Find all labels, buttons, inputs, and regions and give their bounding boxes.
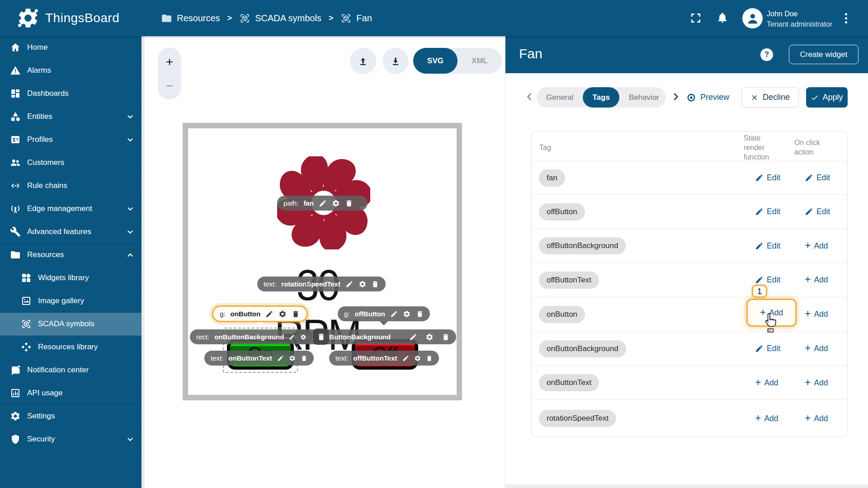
- tab-behavior[interactable]: Behavior: [619, 87, 666, 108]
- trash-icon[interactable]: [371, 280, 379, 288]
- pencil-icon[interactable]: [345, 280, 354, 288]
- gear-icon[interactable]: [403, 310, 410, 318]
- sidebar-item-home[interactable]: Home: [0, 36, 142, 59]
- sidebar-item-resources[interactable]: Resources: [0, 244, 142, 267]
- gear-icon[interactable]: [300, 333, 307, 341]
- sidebar-item-dashboards[interactable]: Dashboards: [0, 82, 142, 105]
- panel-scrollbar-track[interactable]: [505, 484, 868, 488]
- tag-overlay-fan[interactable]: path:fan: [277, 196, 368, 211]
- sidebar-item-image-gallery[interactable]: Image gallery: [0, 290, 142, 313]
- trash-icon[interactable]: [442, 333, 450, 341]
- sidebar-item-notification-center[interactable]: Notification center: [0, 359, 142, 382]
- gear-icon[interactable]: [425, 333, 434, 341]
- sidebar-scrollbar[interactable]: [142, 36, 145, 488]
- gear-icon[interactable]: [332, 199, 340, 207]
- help-button[interactable]: ?: [760, 48, 773, 61]
- sidebar-item-entities[interactable]: Entities: [0, 105, 142, 128]
- tag-chip: onButtonText: [539, 374, 599, 391]
- sidebar-item-profiles[interactable]: Profiles: [0, 128, 142, 151]
- sidebar-item-security[interactable]: Security: [0, 428, 142, 451]
- trash-icon[interactable]: [313, 328, 329, 345]
- edit-on-click-link[interactable]: Edit: [805, 173, 830, 183]
- add-state-render-link[interactable]: +Add: [755, 414, 778, 423]
- pencil-icon[interactable]: [277, 354, 284, 362]
- tag-overlay-offButton[interactable]: g:offButton: [338, 306, 430, 321]
- tab-tags[interactable]: Tags: [583, 87, 619, 108]
- avatar[interactable]: [742, 8, 763, 28]
- zoom-out-button[interactable]: −: [158, 75, 181, 97]
- edit-state-render-link[interactable]: Edit: [755, 275, 780, 285]
- tabs-scroll-left-icon[interactable]: [524, 91, 535, 103]
- sidebar-item-scada-symbols[interactable]: SCADA symbols: [0, 313, 142, 336]
- check-icon: [811, 94, 819, 102]
- sidebar-item-api-usage[interactable]: API usage: [0, 382, 142, 405]
- add-on-click-link[interactable]: +Add: [805, 310, 828, 319]
- app-logo[interactable]: ThingsBoard: [16, 6, 119, 30]
- preview-button[interactable]: Preview: [686, 87, 729, 108]
- toggle-svg[interactable]: SVG: [413, 48, 458, 74]
- breadcrumb-scada-symbols[interactable]: SCADA symbols: [239, 13, 321, 24]
- trash-icon[interactable]: [292, 310, 300, 318]
- add-on-click-link[interactable]: +Add: [805, 344, 828, 353]
- add-on-click-link[interactable]: +Add: [805, 275, 828, 285]
- sidebar-item-resources-library[interactable]: Resources library: [0, 336, 142, 359]
- pencil-icon[interactable]: [390, 310, 398, 318]
- gear-icon[interactable]: [289, 354, 296, 362]
- table-row: offButton Edit Edit: [532, 194, 847, 229]
- sidebar-item-alarms[interactable]: Alarms: [0, 59, 142, 82]
- toggle-xml[interactable]: XML: [458, 48, 502, 74]
- add-on-click-link[interactable]: +Add: [805, 414, 828, 423]
- sidebar-item-rule-chains[interactable]: Rule chains: [0, 174, 142, 197]
- decline-button[interactable]: Decline: [741, 87, 799, 108]
- pencil-icon[interactable]: [265, 310, 274, 318]
- edit-state-render-link[interactable]: Edit: [755, 173, 780, 183]
- pencil-icon: [755, 276, 764, 284]
- gear-icon[interactable]: [414, 354, 421, 362]
- trash-icon[interactable]: [416, 310, 424, 318]
- breadcrumb-resources[interactable]: Resources: [161, 13, 220, 24]
- create-widget-button[interactable]: Create widget: [789, 45, 859, 64]
- apply-button[interactable]: Apply: [806, 87, 848, 108]
- sidebar-item-advanced-features[interactable]: Advanced features: [0, 221, 142, 244]
- trash-icon[interactable]: [301, 354, 307, 362]
- add-state-render-link[interactable]: +Add: [755, 378, 778, 388]
- fullscreen-icon[interactable]: [690, 12, 702, 24]
- gear-icon[interactable]: [359, 280, 367, 288]
- sidebar-item-settings[interactable]: Settings: [0, 405, 142, 428]
- edit-state-render-link[interactable]: Edit: [755, 207, 780, 216]
- tag-overlay-offButtonText[interactable]: text:offButtonText: [329, 351, 439, 366]
- zoom-in-button[interactable]: +: [158, 51, 181, 73]
- tag-overlay-onButtonText[interactable]: text:onButtonText: [204, 351, 314, 366]
- edit-state-render-link[interactable]: Edit: [755, 344, 780, 353]
- user-role: Tenant administrator: [767, 19, 832, 29]
- more-menu-icon[interactable]: [842, 11, 850, 25]
- tag-overlay-rotationSpeedText[interactable]: text:rotationSpeedText: [257, 277, 386, 291]
- pencil-icon[interactable]: [319, 199, 327, 207]
- add-on-click-link[interactable]: +Add: [805, 241, 828, 251]
- trash-icon[interactable]: [426, 354, 433, 362]
- notifications-bell-icon[interactable]: [717, 12, 728, 23]
- plus-icon: +: [755, 377, 761, 388]
- sidebar-item-customers[interactable]: Customers: [0, 151, 142, 174]
- download-button[interactable]: [382, 48, 409, 74]
- trash-icon[interactable]: [345, 199, 353, 207]
- customers-icon: [10, 157, 21, 168]
- breadcrumb-fan[interactable]: Fan: [340, 13, 372, 24]
- scada-symbol-icon: [239, 13, 250, 24]
- tab-general[interactable]: General: [537, 87, 583, 108]
- tab-group: General Tags Behavior Properties: [537, 87, 666, 108]
- upload-button[interactable]: [350, 48, 376, 74]
- add-on-click-link[interactable]: +Add: [805, 378, 828, 388]
- tag-overlay-onButtonBackground[interactable]: rect:onButtonBackground: [190, 329, 313, 344]
- edit-on-click-link[interactable]: Edit: [805, 207, 830, 216]
- tabs-scroll-right-icon[interactable]: [670, 91, 682, 103]
- sidebar-item-edge-management[interactable]: Edge management: [0, 197, 142, 221]
- sidebar-item-widgets-library[interactable]: Widgets library: [0, 267, 142, 290]
- tag-overlay-onButton-highlighted[interactable]: g:onButton: [212, 305, 308, 322]
- gear-icon[interactable]: [278, 310, 287, 318]
- pencil-icon[interactable]: [402, 354, 409, 362]
- pencil-icon[interactable]: [409, 333, 417, 341]
- pencil-icon[interactable]: [289, 333, 295, 341]
- plus-icon: +: [805, 274, 811, 285]
- edit-state-render-link[interactable]: Edit: [755, 241, 780, 251]
